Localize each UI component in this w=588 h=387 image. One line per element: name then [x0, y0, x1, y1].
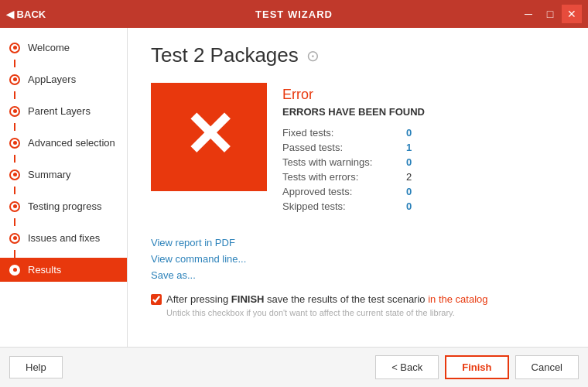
sidebar-item-parent-layers[interactable]: Parent Layers	[0, 99, 127, 123]
error-subtitle: ERRORS HAVE BEEN FOUND	[282, 106, 425, 118]
app-title: TEST WIZARD	[255, 9, 333, 20]
sidebar-item-label: Results	[28, 264, 61, 276]
error-details: Error ERRORS HAVE BEEN FOUND Fixed tests…	[282, 83, 425, 214]
sidebar: WelcomeAppLayersParent LayersAdvanced se…	[0, 28, 128, 347]
maximize-button[interactable]: □	[540, 5, 560, 23]
page-title-row: Test 2 Packages ⊙	[151, 43, 565, 67]
sidebar-item-label: AppLayers	[28, 74, 76, 85]
stat-value: 1	[406, 140, 412, 155]
sidebar-connector	[14, 155, 15, 163]
links-section: View report in PDF View command line... …	[151, 237, 565, 281]
footer-left: Help	[9, 356, 63, 378]
footer-right: < Back Finish Cancel	[375, 355, 579, 379]
sidebar-item-label: Issues and fixes	[28, 232, 100, 244]
sidebar-item-summary[interactable]: Summary	[0, 163, 127, 187]
sidebar-item-label: Welcome	[28, 42, 70, 53]
sidebar-dot	[9, 265, 20, 276]
checkbox-hint: Untick this checkbox if you don't want t…	[166, 308, 565, 317]
sidebar-item-label: Parent Layers	[28, 105, 91, 117]
stat-label: Skipped tests:	[282, 199, 406, 214]
table-row: Skipped tests:0	[282, 199, 412, 214]
finish-button[interactable]: Finish	[445, 355, 508, 379]
sidebar-item-issues-and-fixes[interactable]: Issues and fixes	[0, 226, 127, 250]
sidebar-item-label: Testing progress	[28, 200, 101, 212]
close-button[interactable]: ✕	[562, 5, 582, 23]
error-section: ✕ Error ERRORS HAVE BEEN FOUND Fixed tes…	[151, 83, 565, 214]
error-title: Error	[282, 87, 425, 103]
sidebar-connector	[14, 218, 15, 226]
sidebar-dot	[9, 233, 20, 244]
sidebar-item-testing-progress[interactable]: Testing progress	[0, 194, 127, 218]
error-x-icon: ✕	[183, 104, 235, 166]
sidebar-dot	[9, 106, 20, 117]
sidebar-item-results[interactable]: Results	[0, 258, 127, 282]
table-row: Fixed tests:0	[282, 125, 412, 140]
table-row: Tests with errors:2	[282, 170, 412, 184]
back-label: ◀ BACK	[6, 9, 46, 20]
title-bar: ◀ BACK TEST WIZARD ─ □ ✕	[0, 0, 588, 28]
command-line-link[interactable]: View command line...	[151, 253, 565, 265]
stat-label: Passed tests:	[282, 140, 406, 155]
save-results-label: After pressing FINISH save the results o…	[166, 293, 488, 305]
stat-value: 2	[406, 170, 412, 184]
minimize-button[interactable]: ─	[518, 5, 538, 23]
stats-table: Fixed tests:0Passed tests:1Tests with wa…	[282, 125, 412, 214]
main-layout: WelcomeAppLayersParent LayersAdvanced se…	[0, 28, 588, 347]
sidebar-item-applayers[interactable]: AppLayers	[0, 67, 127, 91]
sidebar-item-label: Summary	[28, 169, 71, 180]
back-button[interactable]: ◀ BACK	[6, 9, 46, 20]
checkbox-section: After pressing FINISH save the results o…	[151, 293, 565, 317]
sidebar-dot	[9, 201, 20, 212]
sidebar-connector	[14, 91, 15, 99]
save-as-link[interactable]: Save as...	[151, 269, 565, 281]
stat-value: 0	[406, 199, 412, 214]
page-title: Test 2 Packages	[151, 43, 299, 67]
sidebar-dot	[9, 43, 20, 53]
sidebar-item-label: Advanced selection	[28, 137, 115, 149]
sidebar-dot	[9, 138, 20, 149]
sidebar-connector	[14, 123, 15, 131]
finish-save-checkbox-row: After pressing FINISH save the results o…	[151, 293, 565, 305]
stat-label: Tests with errors:	[282, 170, 406, 184]
stat-label: Tests with warnings:	[282, 155, 406, 170]
table-row: Approved tests:0	[282, 184, 412, 199]
content-area: Test 2 Packages ⊙ ✕ Error ERRORS HAVE BE…	[128, 28, 588, 347]
sidebar-connector	[14, 60, 15, 67]
stat-label: Approved tests:	[282, 184, 406, 199]
back-nav-button[interactable]: < Back	[375, 355, 439, 379]
stat-value: 0	[406, 184, 412, 199]
stat-label: Fixed tests:	[282, 125, 406, 140]
stat-value: 0	[406, 155, 412, 170]
sidebar-connector	[14, 250, 15, 258]
help-button[interactable]: Help	[9, 356, 63, 378]
cancel-button[interactable]: Cancel	[515, 355, 579, 379]
stat-value: 0	[406, 125, 412, 140]
save-results-checkbox[interactable]	[151, 294, 162, 305]
window-controls: ─ □ ✕	[518, 5, 582, 23]
sidebar-dot	[9, 74, 20, 85]
sidebar-item-welcome[interactable]: Welcome	[0, 36, 127, 60]
error-icon-box: ✕	[151, 83, 267, 191]
table-row: Passed tests:1	[282, 140, 412, 155]
sidebar-connector	[14, 187, 15, 194]
footer: Help < Back Finish Cancel	[0, 347, 588, 387]
sidebar-item-advanced-selection[interactable]: Advanced selection	[0, 131, 127, 155]
table-row: Tests with warnings:0	[282, 155, 412, 170]
pdf-report-link[interactable]: View report in PDF	[151, 237, 565, 248]
settings-icon: ⊙	[306, 46, 320, 65]
sidebar-dot	[9, 170, 20, 180]
